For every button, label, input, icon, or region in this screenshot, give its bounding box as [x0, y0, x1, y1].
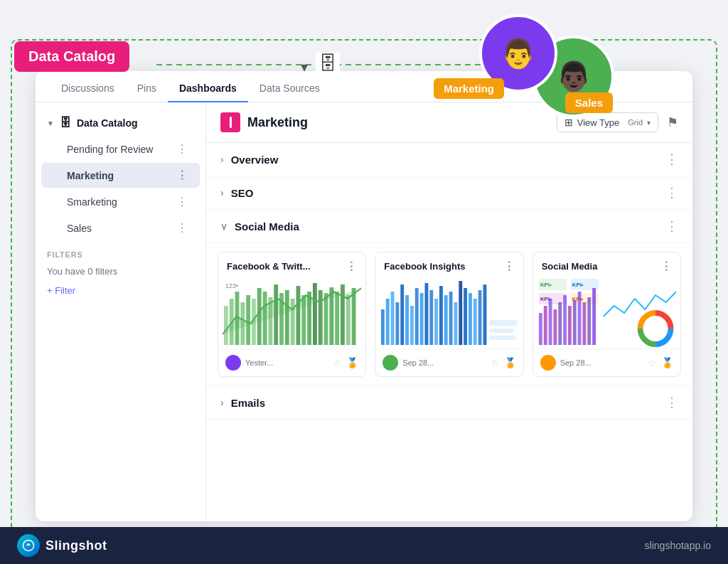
svg-rect-37 — [439, 286, 443, 345]
view-type-value: Grid — [628, 118, 643, 127]
sidebar-item-dots-sales[interactable]: ⋮ — [176, 221, 188, 235]
svg-rect-22 — [346, 295, 350, 345]
card-avatar-3 — [540, 355, 556, 371]
cards-grid: Facebook & Twitt... ⋮ — [206, 243, 692, 386]
svg-rect-16 — [313, 283, 317, 345]
award-icon-3[interactable]: 🏅 — [661, 357, 673, 368]
svg-rect-42 — [464, 288, 468, 345]
card-fb-twitter: Facebook & Twitt... ⋮ — [218, 252, 366, 377]
svg-rect-33 — [420, 293, 424, 345]
svg-rect-49 — [490, 336, 516, 340]
tab-pins[interactable]: Pins — [126, 75, 168, 102]
card-social-media-footer: Sep 28... ☆ 🏅 — [533, 348, 680, 376]
sidebar-item-marketing[interactable]: Marketing ⋮ — [41, 163, 200, 188]
svg-rect-41 — [459, 281, 463, 345]
svg-rect-35 — [430, 290, 434, 345]
main-window: Discussions Pins Dashboards Data Sources… — [36, 71, 692, 521]
sidebar-db-icon: 🗄 — [60, 117, 71, 129]
card-fb-insights-footer: Sep 28... ☆ 🏅 — [375, 348, 523, 376]
card-fb-insights-chart — [375, 277, 523, 348]
sidebar-item-dots-marketing[interactable]: ⋮ — [176, 169, 188, 182]
card-social-media-title: Social Media — [542, 261, 598, 272]
section-seo-dots[interactable]: ⋮ — [665, 185, 678, 201]
brand-name: Slingshot — [46, 538, 107, 553]
section-seo-label: SEO — [231, 187, 254, 199]
svg-text:KPI•: KPI• — [572, 282, 583, 288]
star-icon-3[interactable]: ☆ — [648, 357, 657, 368]
card-fb-twitter-author: Yester... — [225, 355, 273, 371]
card-fb-insights-dots[interactable]: ⋮ — [503, 260, 515, 273]
sidebar-item-label-marketing: Marketing — [67, 170, 114, 181]
card-social-media-header: Social Media ⋮ — [533, 252, 680, 277]
sidebar-item-label-smarketing: Smarketing — [67, 196, 117, 208]
svg-rect-30 — [405, 295, 409, 345]
section-chevron-emails[interactable]: › — [220, 397, 224, 408]
card-fb-twitter-dots[interactable]: ⋮ — [346, 260, 357, 273]
card-social-media-actions: ☆ 🏅 — [648, 357, 673, 368]
svg-rect-36 — [434, 299, 438, 345]
svg-rect-44 — [473, 299, 477, 345]
section-chevron-seo[interactable]: › — [220, 187, 224, 198]
sidebar-item-dots-pending[interactable]: ⋮ — [176, 142, 188, 156]
panel-title-area: Marketing — [220, 112, 308, 132]
svg-rect-68 — [587, 297, 591, 345]
filter-icon[interactable]: ⚑ — [667, 115, 678, 130]
tab-dashboards[interactable]: Dashboards — [168, 75, 248, 102]
star-icon-2[interactable]: ☆ — [491, 357, 500, 368]
card-social-media-dots[interactable]: ⋮ — [660, 260, 672, 273]
sidebar-item-smarketing[interactable]: Smarketing ⋮ — [41, 189, 200, 214]
svg-rect-45 — [478, 290, 482, 345]
card-date-1: Yester... — [245, 358, 273, 367]
card-fb-insights-header: Facebook Insights ⋮ — [375, 252, 523, 277]
svg-rect-12 — [291, 299, 295, 345]
svg-rect-40 — [454, 302, 458, 345]
panel-icon-bar — [230, 117, 232, 128]
section-chevron-overview[interactable]: › — [220, 154, 224, 165]
svg-rect-62 — [558, 302, 562, 345]
section-row-seo: › SEO ⋮ — [206, 176, 692, 210]
svg-rect-64 — [568, 306, 572, 345]
svg-text:123•: 123• — [225, 282, 238, 289]
sales-badge: Sales — [565, 92, 613, 113]
card-fb-twitter-title: Facebook & Twitt... — [227, 261, 311, 272]
svg-rect-38 — [444, 295, 448, 345]
svg-rect-66 — [577, 292, 581, 345]
sidebar-item-sales[interactable]: Sales ⋮ — [41, 216, 200, 240]
section-emails-dots[interactable]: ⋮ — [665, 395, 678, 410]
sidebar-item-label-sales: Sales — [67, 223, 92, 234]
svg-rect-27 — [391, 292, 395, 345]
svg-rect-69 — [592, 288, 596, 345]
sidebar-filters-section: FILTERS — [36, 242, 205, 262]
sidebar-header-label: Data Catalog — [77, 117, 138, 129]
svg-rect-13 — [296, 286, 301, 345]
panel-header: Marketing ⊞ View Type Grid ▾ ⚑ — [206, 102, 692, 143]
section-chevron-social[interactable]: ∨ — [220, 220, 228, 232]
sidebar-item-dots-smarketing[interactable]: ⋮ — [176, 195, 188, 208]
card-date-3: Sep 28... — [560, 358, 592, 367]
sidebar-header[interactable]: ▼ 🗄 Data Catalog — [36, 111, 205, 135]
section-social-label: Social Media — [235, 220, 299, 233]
section-social-left: ∨ Social Media — [220, 220, 299, 233]
svg-rect-23 — [352, 288, 356, 345]
svg-rect-46 — [483, 284, 487, 345]
sidebar-item-label-pending: Pending for Review — [67, 144, 153, 155]
award-icon-2[interactable]: 🏅 — [504, 357, 516, 368]
grid-icon: ⊞ — [564, 117, 573, 128]
card-fb-twitter-footer: Yester... ☆ 🏅 — [218, 348, 365, 376]
section-social-dots[interactable]: ⋮ — [665, 218, 678, 234]
sidebar-item-pending[interactable]: Pending for Review ⋮ — [41, 137, 200, 161]
svg-rect-18 — [324, 293, 328, 345]
award-icon-1[interactable]: 🏅 — [346, 357, 358, 368]
section-overview-dots[interactable]: ⋮ — [665, 151, 678, 167]
svg-rect-21 — [341, 284, 345, 345]
section-emails-left: › Emails — [220, 397, 265, 409]
tab-data-sources[interactable]: Data Sources — [248, 75, 331, 102]
svg-rect-20 — [335, 292, 339, 345]
star-icon-1[interactable]: ☆ — [333, 357, 342, 368]
svg-point-71 — [646, 319, 665, 339]
add-filter-button[interactable]: + Filter — [36, 281, 205, 300]
svg-rect-34 — [425, 283, 429, 345]
tab-discussions[interactable]: Discussions — [50, 75, 126, 102]
card-fb-insights-title: Facebook Insights — [384, 261, 465, 272]
chevron-down-icon: ▾ — [647, 119, 651, 127]
